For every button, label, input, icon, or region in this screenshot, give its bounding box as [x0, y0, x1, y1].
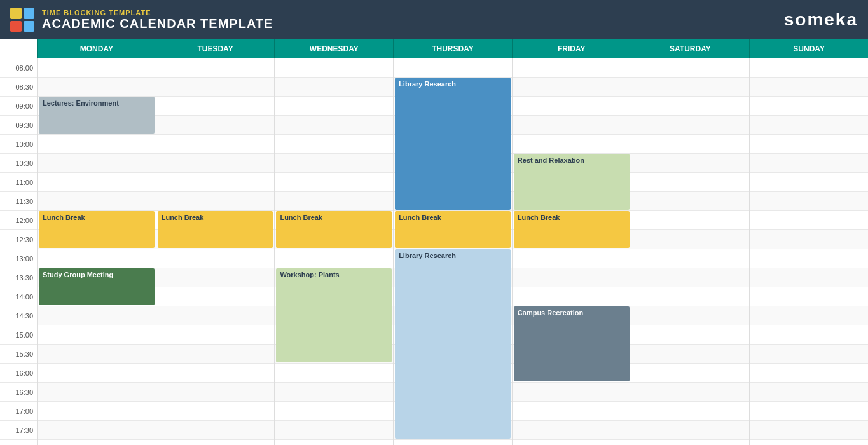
day-cell — [38, 306, 156, 325]
day-cell — [38, 135, 156, 154]
day-cell — [156, 135, 275, 154]
event-block[interactable]: Lectures: Environment — [39, 97, 155, 134]
day-cell — [38, 421, 156, 440]
days-header: MondayTuesdayWednesdayThursdayFridaySatu… — [37, 39, 868, 58]
event-block[interactable]: Lunch Break — [395, 211, 511, 248]
day-cell — [750, 192, 868, 211]
day-cell — [275, 78, 393, 97]
day-cell — [750, 421, 868, 440]
day-header-thursday: Thursday — [393, 39, 512, 58]
day-cell — [156, 97, 275, 116]
day-header-tuesday: Tuesday — [156, 39, 275, 58]
day-cell — [750, 78, 868, 97]
day-cell — [156, 58, 275, 78]
brand-logo: someka — [784, 10, 858, 30]
time-label: 17:00 — [0, 402, 37, 421]
day-cell — [513, 78, 631, 97]
time-label: 12:30 — [0, 230, 37, 249]
day-cell — [394, 58, 512, 78]
day-cell — [156, 287, 275, 306]
day-cell — [38, 173, 156, 192]
day-cell — [750, 287, 868, 306]
day-cell — [38, 402, 156, 421]
time-label: 10:00 — [0, 135, 37, 154]
day-column-sunday — [749, 58, 868, 445]
event-block[interactable]: Study Group Meeting — [39, 268, 155, 305]
day-cell — [156, 306, 275, 325]
day-cell — [156, 345, 275, 364]
day-cell — [156, 325, 275, 345]
day-cell — [156, 421, 275, 440]
day-cell — [631, 173, 750, 192]
day-cell — [750, 116, 868, 135]
day-cell — [631, 58, 750, 78]
day-cell — [631, 97, 750, 116]
day-cell — [275, 364, 393, 383]
day-cell — [38, 364, 156, 383]
day-cell — [631, 249, 750, 268]
day-cell — [275, 421, 393, 440]
day-cell — [631, 211, 750, 230]
day-cell — [275, 173, 393, 192]
day-cell — [631, 345, 750, 364]
time-column: 08:0008:3009:0009:3010:0010:3011:0011:30… — [0, 39, 37, 445]
event-block[interactable]: Workshop: Plants — [276, 268, 392, 362]
day-cell — [750, 211, 868, 230]
day-column-saturday — [631, 58, 750, 445]
time-label: 13:00 — [0, 249, 37, 268]
day-header-sunday: Sunday — [749, 39, 868, 58]
event-block[interactable]: Lunch Break — [514, 211, 630, 248]
time-label: 17:30 — [0, 421, 37, 440]
day-cell — [275, 97, 393, 116]
day-cell — [275, 154, 393, 173]
day-cell — [750, 306, 868, 325]
day-cell — [750, 154, 868, 173]
day-cell — [38, 345, 156, 364]
day-cell — [275, 116, 393, 135]
header: TIME BLOCKING TEMPLATE ACADEMIC CALENDAR… — [0, 0, 868, 39]
day-cell — [513, 268, 631, 287]
event-block[interactable]: Library Research — [395, 78, 511, 210]
time-label: 14:30 — [0, 306, 37, 325]
day-cell — [750, 402, 868, 421]
day-column-wednesday: Lunch BreakWorkshop: Plants — [274, 58, 393, 445]
event-block[interactable]: Lunch Break — [39, 211, 155, 248]
event-block[interactable]: Library Research — [395, 249, 511, 439]
day-cell — [156, 402, 275, 421]
day-cell — [750, 58, 868, 78]
day-cell — [631, 306, 750, 325]
days-grid: MondayTuesdayWednesdayThursdayFridaySatu… — [37, 39, 868, 445]
event-block[interactable]: Rest and Relaxation — [514, 154, 630, 210]
day-header-saturday: Saturday — [631, 39, 750, 58]
event-block[interactable]: Lunch Break — [158, 211, 273, 248]
day-column-tuesday: Lunch Break — [156, 58, 275, 445]
day-cell — [631, 402, 750, 421]
day-cell — [631, 268, 750, 287]
header-subtitle: TIME BLOCKING TEMPLATE — [42, 9, 273, 17]
day-cell — [275, 192, 393, 211]
day-cell — [631, 135, 750, 154]
days-body: Lectures: EnvironmentLunch BreakStudy Gr… — [37, 58, 868, 445]
time-label: 11:30 — [0, 192, 37, 211]
day-cell — [38, 249, 156, 268]
day-cell — [750, 364, 868, 383]
day-cell — [513, 97, 631, 116]
day-cell — [38, 154, 156, 173]
day-column-friday: Rest and RelaxationLunch BreakCampus Rec… — [512, 58, 631, 445]
day-cell — [631, 421, 750, 440]
day-cell — [156, 78, 275, 97]
day-cell — [750, 249, 868, 268]
day-cell — [156, 116, 275, 135]
day-cell — [156, 249, 275, 268]
day-cell — [631, 230, 750, 249]
day-cell — [156, 173, 275, 192]
time-label: 09:30 — [0, 116, 37, 135]
event-block[interactable]: Lunch Break — [276, 211, 392, 248]
day-cell — [750, 345, 868, 364]
day-cell — [513, 58, 631, 78]
day-cell — [631, 192, 750, 211]
day-cell — [38, 58, 156, 78]
time-label: 16:00 — [0, 364, 37, 383]
event-block[interactable]: Campus Recreation — [514, 306, 630, 381]
day-cell — [38, 325, 156, 345]
